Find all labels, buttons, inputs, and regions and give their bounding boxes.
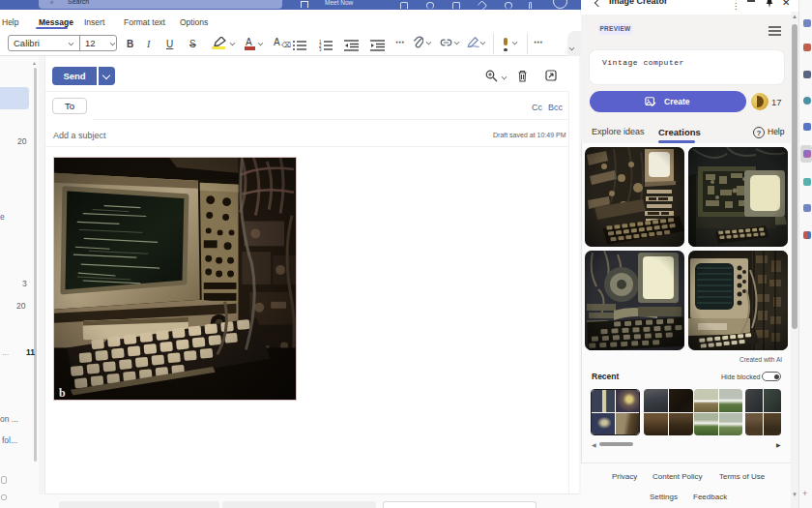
svg-text:b: b xyxy=(59,386,66,400)
svg-text:3: 3 xyxy=(319,47,322,52)
